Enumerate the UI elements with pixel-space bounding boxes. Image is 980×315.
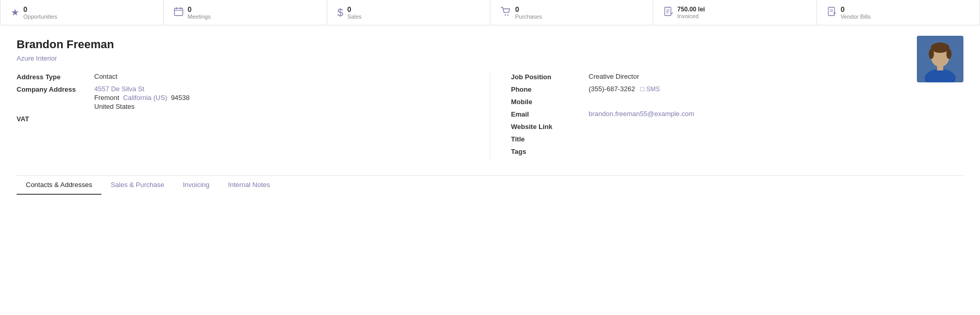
title-label: Title	[511, 135, 589, 143]
address-state: California (US)	[123, 94, 167, 102]
sales-label: Sales	[347, 13, 362, 20]
purchases-label: Purchases	[515, 13, 542, 20]
phone-value: (355)-687-3262	[589, 85, 635, 93]
tab-contacts-addresses[interactable]: Contacts & Addresses	[17, 176, 101, 195]
website-row: Website Link	[511, 122, 963, 131]
contact-name: Brandon Freeman	[17, 38, 963, 51]
vendor-bills-icon	[827, 7, 837, 19]
address-country: United States	[94, 103, 189, 110]
tab-internal-notes[interactable]: Internal Notes	[219, 176, 280, 195]
purchases-count: 0	[515, 5, 542, 13]
svg-point-17	[931, 42, 949, 53]
sales-count: 0	[347, 5, 362, 13]
tabs-bar: Contacts & Addresses Sales & Purchase In…	[17, 176, 963, 194]
tabs-section: Contacts & Addresses Sales & Purchase In…	[17, 175, 963, 194]
stat-vendor-bills[interactable]: 0 Vendor Bills	[817, 0, 980, 25]
meetings-icon	[174, 7, 183, 19]
job-position-row: Job Position Creative Director	[511, 73, 963, 81]
job-position-label: Job Position	[511, 73, 589, 81]
email-row: Email brandon.freeman55@example.com	[511, 110, 963, 118]
company-address-label: Company Address	[17, 85, 94, 93]
company-address-row: Company Address 4557 De Silva St Fremont…	[17, 85, 469, 110]
title-row: Title	[511, 135, 963, 143]
svg-rect-0	[174, 8, 183, 16]
address-type-row: Address Type Contact	[17, 73, 469, 81]
mobile-row: Mobile	[511, 97, 963, 106]
meetings-label: Meetings	[187, 13, 211, 20]
opportunities-icon: ★	[11, 7, 19, 18]
phone-label: Phone	[511, 85, 589, 93]
stat-invoiced[interactable]: 750.00 lei Invoiced	[653, 0, 816, 25]
invoiced-label: Invoiced	[677, 13, 705, 19]
invoiced-icon	[664, 7, 673, 19]
tab-sales-purchase[interactable]: Sales & Purchase	[101, 176, 173, 195]
address-city-state-zip: Fremont California (US) 94538	[94, 94, 189, 102]
address-block: 4557 De Silva St Fremont California (US)…	[94, 85, 189, 110]
invoiced-count: 750.00 lei	[677, 6, 705, 13]
stat-opportunities[interactable]: ★ 0 Opportunities	[0, 0, 164, 25]
job-position-value: Creative Director	[589, 73, 639, 80]
sms-icon: □	[640, 85, 645, 93]
main-content: Brandon Freeman Azure Interior Address T…	[0, 25, 980, 207]
vat-row: VAT	[17, 114, 469, 123]
stat-sales[interactable]: $ 0 Sales	[327, 0, 490, 25]
stat-purchases[interactable]: 0 Purchases	[490, 0, 653, 25]
address-city: Fremont	[94, 94, 119, 102]
avatar	[917, 36, 963, 82]
phone-row: Phone (355)-687-3262 □ SMS	[511, 85, 963, 93]
email-value[interactable]: brandon.freeman55@example.com	[589, 110, 694, 118]
svg-point-19	[946, 49, 952, 59]
email-label: Email	[511, 110, 589, 118]
opportunities-count: 0	[23, 5, 57, 13]
stat-meetings[interactable]: 0 Meetings	[164, 0, 327, 25]
meetings-count: 0	[187, 5, 211, 13]
sms-label: SMS	[646, 85, 660, 93]
fields-right: Job Position Creative Director Phone (35…	[490, 73, 963, 160]
address-zip: 94538	[171, 94, 189, 102]
purchases-icon	[501, 7, 511, 19]
vat-label: VAT	[17, 114, 94, 123]
stat-bar: ★ 0 Opportunities 0 Meetings $ 0 Sales	[0, 0, 980, 25]
tags-label: Tags	[511, 147, 589, 155]
svg-point-5	[507, 14, 508, 15]
tags-row: Tags	[511, 147, 963, 155]
fields-left: Address Type Contact Company Address 455…	[17, 73, 490, 160]
vendor-bills-count: 0	[841, 5, 871, 13]
sms-button[interactable]: □ SMS	[640, 85, 660, 93]
fields-section: Address Type Contact Company Address 455…	[17, 73, 963, 160]
address-type-value: Contact	[94, 73, 118, 80]
mobile-label: Mobile	[511, 97, 589, 106]
svg-point-4	[505, 14, 506, 15]
opportunities-label: Opportunities	[23, 13, 57, 20]
vendor-bills-label: Vendor Bills	[841, 13, 871, 20]
contact-company[interactable]: Azure Interior	[17, 54, 963, 62]
address-line1[interactable]: 4557 De Silva St	[94, 85, 189, 93]
website-label: Website Link	[511, 122, 589, 131]
address-type-label: Address Type	[17, 73, 94, 81]
svg-point-18	[929, 49, 934, 59]
tab-invoicing[interactable]: Invoicing	[173, 176, 218, 195]
sales-icon: $	[338, 7, 343, 19]
